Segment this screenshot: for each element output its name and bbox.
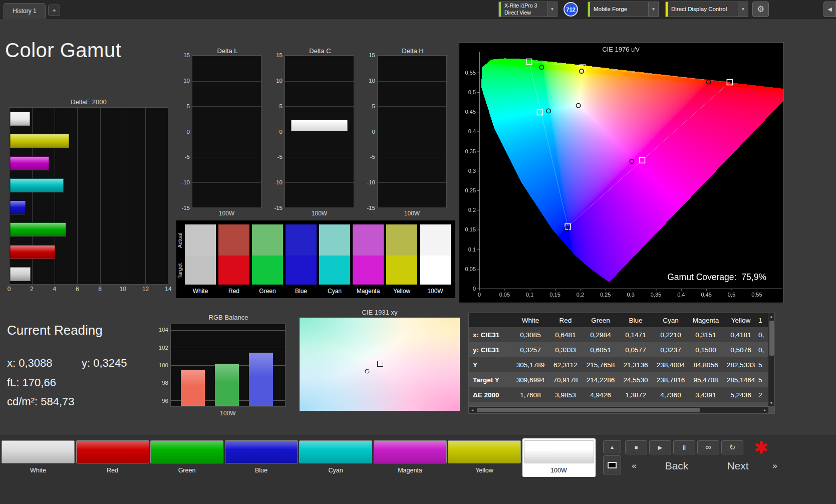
collapse-panel-button[interactable]: ◀ xyxy=(823,2,836,17)
table-cell: 282,5333 xyxy=(723,357,758,372)
chevron-down-icon[interactable]: ▼ xyxy=(648,2,658,17)
horizontal-scroll-track[interactable] xyxy=(476,407,761,413)
stop-button[interactable]: ■ xyxy=(625,440,647,454)
table-header-row: WhiteRedGreenBlueCyanMagentaYellow1 xyxy=(469,313,774,327)
delta-c-gridline xyxy=(285,207,354,208)
delta-h-gridline xyxy=(378,157,446,157)
meter-dropdown[interactable]: X-Rite i1Pro 3 Direct View ▼ xyxy=(498,2,558,17)
chart-xlabel: 100W xyxy=(377,210,447,217)
swatch-name: 100W xyxy=(420,288,451,295)
top-bar: History 1 + X-Rite i1Pro 3 Direct View ▼… xyxy=(0,0,836,19)
table-horizontal-scrollbar[interactable]: ◄ ► xyxy=(469,406,768,413)
deltae2000-bar-magenta xyxy=(10,156,49,170)
delta-h-gridline xyxy=(378,207,446,208)
table-cell: 0,5076 xyxy=(723,342,758,357)
pause-button[interactable]: ‖ xyxy=(673,440,695,454)
add-tab-button[interactable]: + xyxy=(48,5,60,16)
delta-c-gridline xyxy=(285,157,354,157)
continuous-measure-button[interactable]: ∞ xyxy=(697,440,719,454)
pattern-window-button[interactable] xyxy=(603,455,621,474)
play-button[interactable]: ▶ xyxy=(649,440,671,454)
table-cell: 305,1789 xyxy=(513,357,548,372)
delta-l-chart: Delta L 151050-5-10-15 100W xyxy=(179,47,263,217)
horizontal-scroll-thumb[interactable] xyxy=(477,408,700,412)
swatch-actual-color xyxy=(286,224,317,256)
table-header-cell: 1 xyxy=(758,313,768,327)
chart-xlabel: 100W xyxy=(170,410,286,417)
swatch-red: Red xyxy=(218,224,249,295)
pattern-button-white[interactable]: White xyxy=(2,440,75,474)
table-row: y: CIE310,32570,33330,60510,05770,32370,… xyxy=(469,342,774,357)
calman-asterisk-icon[interactable] xyxy=(753,439,769,455)
back-label: Back xyxy=(665,460,689,472)
table-cell: 0,3333 xyxy=(548,342,583,357)
deltae2000-tick-label: 10 xyxy=(119,286,126,293)
delta-h-plot xyxy=(377,55,447,208)
delta-l-gridline xyxy=(192,207,261,208)
source-dropdown[interactable]: Mobile Forge ▼ xyxy=(588,2,659,17)
display-control-dropdown[interactable]: Direct Display Control ▼ xyxy=(665,2,748,17)
deltae2000-plot xyxy=(9,107,168,285)
pattern-color-swatch xyxy=(76,440,149,463)
table-cell: 0,6481 xyxy=(548,327,583,342)
double-chevron-right-icon: » xyxy=(772,461,777,471)
swatch-target-color xyxy=(252,256,283,285)
swatch-target-color xyxy=(420,256,451,285)
next-button[interactable]: Next xyxy=(711,457,764,474)
swatch-name: Yellow xyxy=(386,288,417,295)
pattern-button-cyan[interactable]: Cyan xyxy=(299,440,372,474)
chevron-down-icon[interactable]: ▼ xyxy=(547,2,557,17)
settings-gear-button[interactable]: ⚙ xyxy=(752,2,769,17)
pattern-button-yellow[interactable]: Yellow xyxy=(448,440,521,474)
swatch-target-color xyxy=(218,256,249,285)
scroll-up-button[interactable]: ▲ xyxy=(603,440,621,453)
gamut-coverage-label: Gamut Coverage: xyxy=(667,272,736,282)
scroll-down-icon[interactable]: ▼ xyxy=(768,400,774,406)
pattern-color-swatch xyxy=(2,440,75,463)
table-header-cell: Yellow xyxy=(723,313,758,327)
delta-l-ylabels: 151050-5-10-15 xyxy=(179,55,190,208)
table-cell: 95,4708 xyxy=(688,372,723,387)
chart-title: RGB Balance xyxy=(170,314,287,321)
table-cell: 5,2436 xyxy=(723,387,758,402)
chevron-down-icon[interactable]: ▼ xyxy=(738,2,748,17)
table-cell: 0, xyxy=(758,342,768,357)
swatch-name: Green xyxy=(252,288,283,295)
pattern-button-magenta[interactable]: Magenta xyxy=(374,440,447,474)
pattern-button-100w[interactable]: 100W xyxy=(522,438,596,477)
delta-c-tick-label: -5 xyxy=(277,154,283,160)
measurement-count-badge[interactable]: 712 xyxy=(564,2,578,17)
delta-l-gridline xyxy=(192,106,261,107)
table-row: Y305,178962,3112215,765821,3136238,40048… xyxy=(469,357,774,372)
delta-h-tick-label: -15 xyxy=(367,205,375,211)
swatch-actual-color xyxy=(420,224,451,256)
pattern-button-green[interactable]: Green xyxy=(150,440,223,474)
delta-c-tick-label: 15 xyxy=(276,52,283,58)
pattern-button-blue[interactable]: Blue xyxy=(225,440,298,474)
back-arrow-button[interactable]: « xyxy=(625,457,643,474)
delta-h-gridline xyxy=(378,182,446,183)
next-arrow-button[interactable]: » xyxy=(766,457,783,474)
deltae2000-gridline xyxy=(100,108,101,284)
rgb-balance-chart: RGB Balance 1041021009896 100W xyxy=(155,314,287,420)
tab-history-1[interactable]: History 1 xyxy=(4,3,46,19)
pattern-button-red[interactable]: Red xyxy=(76,440,149,474)
deltae2000-bar-cyan xyxy=(10,178,64,192)
delta-c-ylabels: 151050-5-10-15 xyxy=(271,55,283,208)
refresh-button[interactable]: ↻ xyxy=(721,440,743,454)
deltae2000-tick-label: 0 xyxy=(8,286,11,293)
scroll-left-icon[interactable]: ◄ xyxy=(469,407,476,413)
pattern-label: Blue xyxy=(225,467,298,474)
current-reading-cdm2: cd/m²: 584,73 xyxy=(7,395,75,408)
scroll-up-icon[interactable]: ▲ xyxy=(768,313,774,320)
delta-l-tick-label: -5 xyxy=(185,154,190,160)
scroll-right-icon[interactable]: ► xyxy=(761,407,768,413)
table-vertical-scrollbar[interactable]: ▲ ▼ xyxy=(768,313,774,406)
deltae2000-bar-100w xyxy=(10,267,31,281)
deltae2000-bar-green xyxy=(10,222,66,236)
back-button[interactable]: Back xyxy=(646,457,707,474)
delta-c-tick-label: 0 xyxy=(280,129,283,135)
meter-name: X-Rite i1Pro 3 xyxy=(504,3,543,9)
delta-c-tick-label: 10 xyxy=(276,78,283,84)
vertical-scroll-thumb[interactable] xyxy=(769,321,774,356)
